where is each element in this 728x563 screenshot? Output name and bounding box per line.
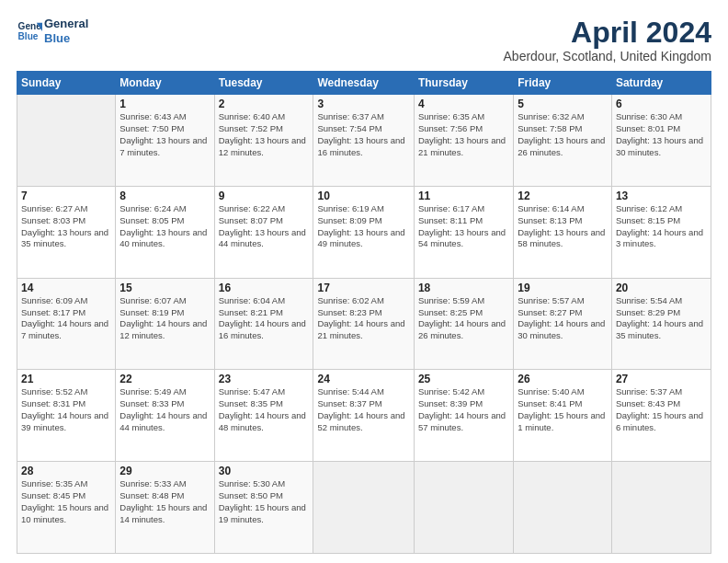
weekday-header-tuesday: Tuesday bbox=[214, 72, 313, 95]
calendar-cell bbox=[313, 462, 414, 554]
day-number: 8 bbox=[119, 190, 210, 202]
calendar-body: 1Sunrise: 6:43 AMSunset: 7:50 PMDaylight… bbox=[17, 95, 711, 554]
calendar-cell: 6Sunrise: 6:30 AMSunset: 8:01 PMDaylight… bbox=[611, 95, 711, 187]
weekday-header-saturday: Saturday bbox=[611, 72, 711, 95]
week-row-1: 1Sunrise: 6:43 AMSunset: 7:50 PMDaylight… bbox=[17, 95, 711, 187]
title-block: April 2024 Aberdour, Scotland, United Ki… bbox=[504, 17, 711, 63]
day-number: 3 bbox=[317, 98, 409, 110]
calendar-cell: 16Sunrise: 6:04 AMSunset: 8:21 PMDayligh… bbox=[214, 278, 313, 370]
month-title: April 2024 bbox=[504, 17, 711, 49]
day-number: 24 bbox=[317, 373, 409, 385]
weekday-header-wednesday: Wednesday bbox=[313, 72, 414, 95]
week-row-5: 28Sunrise: 5:35 AMSunset: 8:45 PMDayligh… bbox=[17, 462, 711, 554]
day-number: 25 bbox=[418, 373, 509, 385]
location: Aberdour, Scotland, United Kingdom bbox=[504, 49, 711, 63]
day-number: 6 bbox=[616, 98, 707, 110]
day-info: Sunrise: 6:37 AMSunset: 7:54 PMDaylight:… bbox=[317, 111, 409, 158]
week-row-4: 21Sunrise: 5:52 AMSunset: 8:31 PMDayligh… bbox=[17, 370, 711, 462]
day-info: Sunrise: 5:30 AMSunset: 8:50 PMDaylight:… bbox=[219, 478, 310, 525]
header: General Blue General Blue April 2024 Abe… bbox=[17, 17, 711, 63]
logo: General Blue General Blue bbox=[17, 17, 88, 45]
page: General Blue General Blue April 2024 Abe… bbox=[0, 0, 728, 563]
calendar-cell bbox=[611, 462, 711, 554]
day-number: 7 bbox=[21, 190, 111, 202]
weekday-header-sunday: Sunday bbox=[17, 72, 116, 95]
day-number: 4 bbox=[418, 98, 509, 110]
day-number: 19 bbox=[518, 282, 608, 294]
day-info: Sunrise: 5:52 AMSunset: 8:31 PMDaylight:… bbox=[21, 386, 111, 433]
day-number: 14 bbox=[21, 282, 111, 294]
calendar-cell: 15Sunrise: 6:07 AMSunset: 8:19 PMDayligh… bbox=[116, 278, 214, 370]
day-info: Sunrise: 5:35 AMSunset: 8:45 PMDaylight:… bbox=[21, 478, 111, 525]
calendar-cell: 29Sunrise: 5:33 AMSunset: 8:48 PMDayligh… bbox=[116, 462, 214, 554]
day-info: Sunrise: 6:04 AMSunset: 8:21 PMDaylight:… bbox=[219, 295, 310, 342]
day-info: Sunrise: 5:44 AMSunset: 8:37 PMDaylight:… bbox=[317, 386, 409, 433]
weekday-row: SundayMondayTuesdayWednesdayThursdayFrid… bbox=[17, 72, 711, 95]
day-number: 20 bbox=[616, 282, 707, 294]
calendar-cell: 18Sunrise: 5:59 AMSunset: 8:25 PMDayligh… bbox=[414, 278, 513, 370]
calendar-cell: 1Sunrise: 6:43 AMSunset: 7:50 PMDaylight… bbox=[116, 95, 214, 187]
day-number: 18 bbox=[418, 282, 509, 294]
day-number: 9 bbox=[219, 190, 310, 202]
day-number: 13 bbox=[616, 190, 707, 202]
day-info: Sunrise: 6:32 AMSunset: 7:58 PMDaylight:… bbox=[518, 111, 608, 158]
day-number: 28 bbox=[21, 465, 111, 477]
week-row-2: 7Sunrise: 6:27 AMSunset: 8:03 PMDaylight… bbox=[17, 186, 711, 278]
day-number: 22 bbox=[119, 373, 210, 385]
calendar-cell: 8Sunrise: 6:24 AMSunset: 8:05 PMDaylight… bbox=[116, 186, 214, 278]
calendar-cell: 28Sunrise: 5:35 AMSunset: 8:45 PMDayligh… bbox=[17, 462, 116, 554]
svg-text:Blue: Blue bbox=[18, 31, 39, 41]
day-number: 16 bbox=[219, 282, 310, 294]
day-info: Sunrise: 5:37 AMSunset: 8:43 PMDaylight:… bbox=[616, 386, 707, 433]
day-info: Sunrise: 5:49 AMSunset: 8:33 PMDaylight:… bbox=[119, 386, 210, 433]
calendar-cell: 9Sunrise: 6:22 AMSunset: 8:07 PMDaylight… bbox=[214, 186, 313, 278]
day-number: 23 bbox=[219, 373, 310, 385]
day-info: Sunrise: 6:09 AMSunset: 8:17 PMDaylight:… bbox=[21, 295, 111, 342]
day-info: Sunrise: 6:40 AMSunset: 7:52 PMDaylight:… bbox=[219, 111, 310, 158]
calendar-cell: 25Sunrise: 5:42 AMSunset: 8:39 PMDayligh… bbox=[414, 370, 513, 462]
calendar-cell bbox=[414, 462, 513, 554]
logo-icon: General Blue bbox=[17, 18, 42, 44]
day-number: 30 bbox=[219, 465, 310, 477]
calendar-cell: 7Sunrise: 6:27 AMSunset: 8:03 PMDaylight… bbox=[17, 186, 116, 278]
calendar-cell: 12Sunrise: 6:14 AMSunset: 8:13 PMDayligh… bbox=[514, 186, 612, 278]
calendar-cell: 20Sunrise: 5:54 AMSunset: 8:29 PMDayligh… bbox=[611, 278, 711, 370]
day-number: 10 bbox=[317, 190, 409, 202]
day-info: Sunrise: 5:33 AMSunset: 8:48 PMDaylight:… bbox=[119, 478, 210, 525]
calendar-cell: 11Sunrise: 6:17 AMSunset: 8:11 PMDayligh… bbox=[414, 186, 513, 278]
day-number: 21 bbox=[21, 373, 111, 385]
day-info: Sunrise: 6:43 AMSunset: 7:50 PMDaylight:… bbox=[119, 111, 210, 158]
calendar: SundayMondayTuesdayWednesdayThursdayFrid… bbox=[17, 71, 711, 554]
day-info: Sunrise: 6:35 AMSunset: 7:56 PMDaylight:… bbox=[418, 111, 509, 158]
weekday-header-friday: Friday bbox=[514, 72, 612, 95]
calendar-cell: 24Sunrise: 5:44 AMSunset: 8:37 PMDayligh… bbox=[313, 370, 414, 462]
day-info: Sunrise: 6:14 AMSunset: 8:13 PMDaylight:… bbox=[518, 203, 608, 250]
calendar-cell: 4Sunrise: 6:35 AMSunset: 7:56 PMDaylight… bbox=[414, 95, 513, 187]
calendar-cell: 23Sunrise: 5:47 AMSunset: 8:35 PMDayligh… bbox=[214, 370, 313, 462]
calendar-header: SundayMondayTuesdayWednesdayThursdayFrid… bbox=[17, 72, 711, 95]
day-info: Sunrise: 6:24 AMSunset: 8:05 PMDaylight:… bbox=[119, 203, 210, 250]
day-number: 2 bbox=[219, 98, 310, 110]
day-info: Sunrise: 6:22 AMSunset: 8:07 PMDaylight:… bbox=[219, 203, 310, 250]
calendar-cell: 5Sunrise: 6:32 AMSunset: 7:58 PMDaylight… bbox=[514, 95, 612, 187]
day-number: 5 bbox=[518, 98, 608, 110]
calendar-cell: 30Sunrise: 5:30 AMSunset: 8:50 PMDayligh… bbox=[214, 462, 313, 554]
day-number: 17 bbox=[317, 282, 409, 294]
calendar-cell: 22Sunrise: 5:49 AMSunset: 8:33 PMDayligh… bbox=[116, 370, 214, 462]
day-number: 15 bbox=[119, 282, 210, 294]
calendar-cell: 27Sunrise: 5:37 AMSunset: 8:43 PMDayligh… bbox=[611, 370, 711, 462]
calendar-cell: 26Sunrise: 5:40 AMSunset: 8:41 PMDayligh… bbox=[514, 370, 612, 462]
day-info: Sunrise: 6:27 AMSunset: 8:03 PMDaylight:… bbox=[21, 203, 111, 250]
day-info: Sunrise: 6:30 AMSunset: 8:01 PMDaylight:… bbox=[616, 111, 707, 158]
day-number: 29 bbox=[119, 465, 210, 477]
day-info: Sunrise: 5:47 AMSunset: 8:35 PMDaylight:… bbox=[219, 386, 310, 433]
logo-text-general: General bbox=[44, 17, 88, 31]
day-info: Sunrise: 5:57 AMSunset: 8:27 PMDaylight:… bbox=[518, 295, 608, 342]
day-info: Sunrise: 6:19 AMSunset: 8:09 PMDaylight:… bbox=[317, 203, 409, 250]
calendar-cell: 3Sunrise: 6:37 AMSunset: 7:54 PMDaylight… bbox=[313, 95, 414, 187]
day-info: Sunrise: 6:07 AMSunset: 8:19 PMDaylight:… bbox=[119, 295, 210, 342]
calendar-cell: 2Sunrise: 6:40 AMSunset: 7:52 PMDaylight… bbox=[214, 95, 313, 187]
day-info: Sunrise: 6:02 AMSunset: 8:23 PMDaylight:… bbox=[317, 295, 409, 342]
day-number: 11 bbox=[418, 190, 509, 202]
weekday-header-monday: Monday bbox=[116, 72, 214, 95]
